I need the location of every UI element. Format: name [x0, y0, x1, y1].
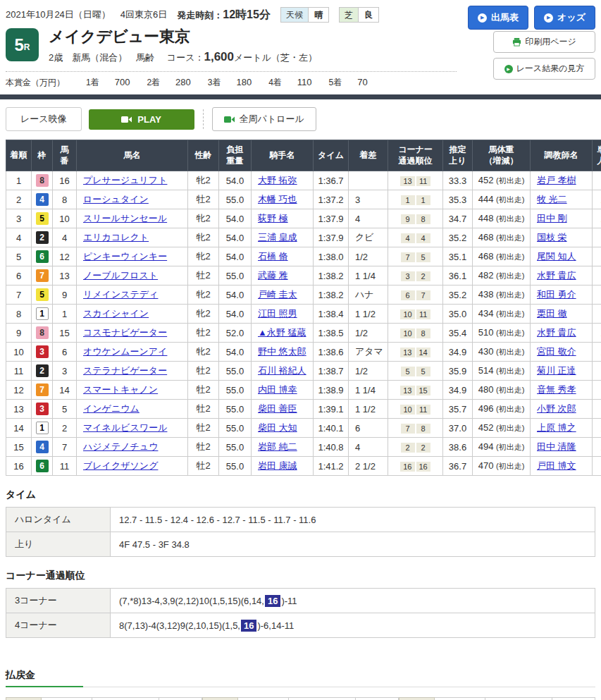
trainer-link[interactable]: 戸田 博文 — [537, 460, 576, 471]
horse-link[interactable]: プレサージュリフト — [83, 175, 167, 185]
trainer-link[interactable]: 水野 貴広 — [537, 327, 576, 338]
patrol-video-button[interactable]: 全周パトロール — [212, 107, 316, 131]
trainer-cell: 戸田 博文 — [531, 457, 593, 476]
jockey-link[interactable]: 柴田 善臣 — [258, 403, 297, 414]
horse-link[interactable]: ブレイクザソング — [83, 460, 158, 471]
horse-link[interactable]: ピンキーウィンキー — [83, 251, 167, 262]
trainer-link[interactable]: 小野 次郎 — [537, 403, 576, 414]
sex-age: 牡2 — [188, 419, 219, 438]
trainer-link[interactable]: 岩戸 孝樹 — [537, 175, 576, 185]
margin: 4 — [349, 209, 388, 228]
jockey-cell: 武藤 雅 — [252, 266, 314, 285]
last-3f: 35.9 — [443, 362, 473, 381]
jockey-link[interactable]: 木幡 巧也 — [258, 194, 297, 204]
trainer-link[interactable]: 菊川 正達 — [537, 365, 576, 376]
jockey-link[interactable]: 野中 悠太郎 — [258, 346, 306, 357]
odds-button[interactable]: ▶ オッズ — [534, 6, 595, 30]
column-header: 性齢 — [188, 140, 219, 171]
horse-link[interactable]: ノーブルフロスト — [83, 270, 158, 281]
jockey-cell: 柴田 善臣 — [252, 400, 314, 419]
carried-weight: 55.0 — [219, 362, 252, 381]
jockey-link[interactable]: 石川 裕紀人 — [258, 365, 306, 376]
jockey-link[interactable]: 江田 照男 — [258, 308, 297, 319]
finish-position: 11 — [6, 362, 32, 381]
jockey-link[interactable]: ▲永野 猛蔵 — [258, 327, 306, 338]
finish-position: 1 — [6, 171, 32, 190]
last-3f: 37.0 — [443, 419, 473, 438]
horse-link[interactable]: インゲニウム — [83, 403, 140, 414]
horse-link[interactable]: スリールサンセール — [83, 213, 167, 223]
prize-item: 1着700 — [86, 78, 130, 87]
win-favorite-rank: 5 — [593, 362, 601, 381]
jockey-link[interactable]: 戸崎 圭太 — [258, 289, 297, 300]
jockey-link[interactable]: 武藤 雅 — [258, 270, 288, 281]
body-weight: 434 (初出走) — [473, 305, 531, 324]
horse-link[interactable]: マイネルビスワール — [83, 422, 167, 433]
margin: 1/2 — [349, 362, 388, 381]
corner-positions: 32 — [388, 266, 443, 285]
jockey-link[interactable]: 岩田 康誠 — [258, 460, 297, 471]
horse-name-cell: ノーブルフロスト — [77, 266, 188, 285]
carried-weight: 55.0 — [219, 381, 252, 400]
trainer-link[interactable]: 上原 博之 — [537, 422, 576, 433]
last-3f: 35.2 — [443, 228, 473, 247]
horse-link[interactable]: スマートキャノン — [83, 384, 158, 395]
finish-time: 1:38.2 — [314, 266, 349, 285]
frame-badge: 7 — [36, 269, 49, 282]
frame-badge: 3 — [36, 345, 49, 358]
horse-link[interactable]: リメインステディ — [83, 289, 158, 300]
play-button[interactable]: PLAY — [89, 109, 194, 130]
sex-age: 牝2 — [188, 285, 219, 305]
win-favorite-rank: 10 — [593, 343, 601, 362]
frame-badge: 7 — [36, 383, 49, 396]
horse-link[interactable]: コスモナビゲーター — [83, 327, 167, 338]
trainer-cell: 和田 勇介 — [531, 285, 593, 305]
column-header: 馬体重 （増減） — [473, 140, 531, 171]
jockey-link[interactable]: 柴田 大知 — [258, 422, 297, 433]
last-3f: 35.1 — [443, 247, 473, 266]
horse-link[interactable]: ローシュタイン — [83, 194, 149, 204]
horse-link[interactable]: エリカコレクト — [83, 232, 149, 242]
horse-name-cell: スリールサンセール — [77, 209, 188, 228]
trainer-link[interactable]: 音無 秀孝 — [537, 384, 576, 395]
jockey-link[interactable]: 内田 博幸 — [258, 384, 297, 395]
jockey-link[interactable]: 岩部 純二 — [258, 441, 297, 452]
horse-link[interactable]: オウケンムーンアイ — [83, 346, 167, 357]
horse-link[interactable]: ハジメテノチュウ — [83, 441, 158, 452]
payout-table-right: 馬連 8-16 36,730円 54番人気 馬単 16-8 42,350円 79… — [399, 697, 595, 700]
prize-item: 5着70 — [329, 78, 368, 87]
jockey-link[interactable]: 三浦 皇成 — [258, 232, 297, 242]
table-row: 10 3 6 オウケンムーンアイ 牝2 54.0 野中 悠太郎 1:38.6 ア… — [6, 343, 601, 362]
trainer-link[interactable]: 栗田 徹 — [537, 308, 567, 319]
trainer-link[interactable]: 尾関 知人 — [537, 251, 576, 262]
row-label: 4コーナー — [6, 613, 111, 638]
trainer-cell: 尾関 知人 — [531, 247, 593, 266]
jockey-link[interactable]: 大野 拓弥 — [258, 175, 297, 185]
trainer-link[interactable]: 田中 剛 — [537, 213, 567, 223]
trainer-cell: 小野 次郎 — [531, 400, 593, 419]
last-3f: 38.6 — [443, 438, 473, 457]
jockey-link[interactable]: 石橋 脩 — [258, 251, 288, 262]
winner-highlight: 16 — [265, 595, 280, 607]
trainer-link[interactable]: 牧 光二 — [537, 194, 567, 204]
frame-badge: 6 — [36, 460, 49, 472]
margin: 1 1/4 — [349, 381, 388, 400]
horse-link[interactable]: ステラナビゲーター — [83, 365, 167, 376]
column-header: 推定 上り — [443, 140, 473, 171]
trainer-link[interactable]: 国枝 栄 — [537, 232, 567, 242]
entries-button[interactable]: ▶ 出馬表 — [468, 6, 528, 30]
corner-positions: 22 — [388, 438, 443, 457]
print-page-button[interactable]: 印刷用ページ — [493, 31, 595, 53]
horse-link[interactable]: スカイシャイン — [83, 308, 149, 319]
win-favorite-rank: 7 — [593, 266, 601, 285]
jockey-cell: 荻野 極 — [252, 209, 314, 228]
trainer-link[interactable]: 和田 勇介 — [537, 289, 576, 300]
race-video-button[interactable]: レース映像 — [6, 107, 82, 131]
trainer-link[interactable]: 水野 貴広 — [537, 270, 576, 281]
table-row: 3 5 10 スリールサンセール 牝2 54.0 荻野 極 1:37.9 4 9… — [6, 209, 601, 228]
trainer-link[interactable]: 田中 清隆 — [537, 441, 576, 452]
results-guide-button[interactable]: ▶ レース結果の見方 — [493, 58, 595, 80]
trainer-link[interactable]: 宮田 敬介 — [537, 346, 576, 357]
jockey-link[interactable]: 荻野 極 — [258, 213, 288, 223]
horse-number: 9 — [53, 285, 77, 305]
